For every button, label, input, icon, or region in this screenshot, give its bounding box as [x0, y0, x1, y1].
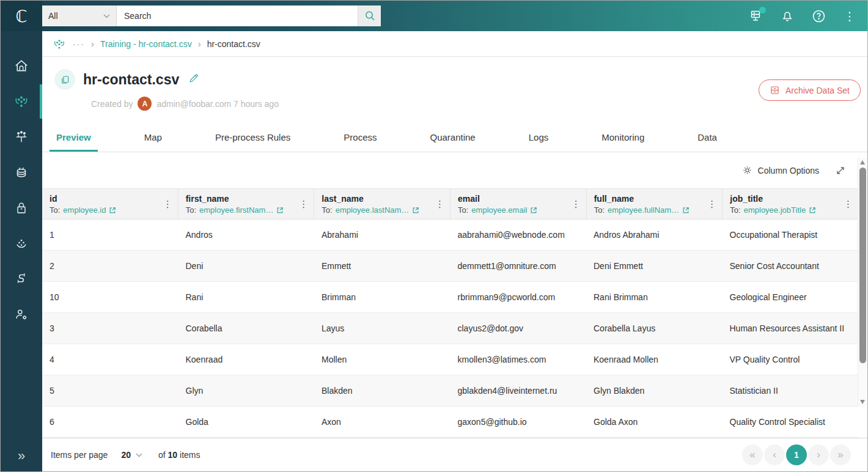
tab-pre-process-rules[interactable]: Pre-process Rules	[208, 123, 297, 152]
preview-table: idTo:employee.id⋮first_nameTo:employee.f…	[42, 188, 858, 438]
pagination: « ‹ 1 › »	[742, 444, 859, 465]
search-input[interactable]	[117, 6, 358, 26]
created-meta: Created by A admin@foobar.com 7 hours ag…	[42, 90, 868, 111]
vertical-scrollbar[interactable]	[858, 158, 867, 407]
mapping-link[interactable]: employee.email	[471, 205, 527, 215]
sidebar-item-data-sets[interactable]	[1, 84, 42, 119]
table-cell: 5	[42, 375, 178, 406]
table-cell: 6	[42, 407, 178, 437]
tab-process[interactable]: Process	[337, 123, 383, 152]
table-cell: Mollen	[314, 344, 451, 375]
help-button[interactable]	[811, 8, 826, 24]
table-row: 2DeniEmmettdemmett1@omniture.comDeni Emm…	[42, 251, 858, 282]
scroll-down-arrow[interactable]	[860, 400, 865, 404]
status-badge	[759, 7, 766, 13]
column-menu-button[interactable]: ⋮	[299, 199, 308, 210]
search-icon	[364, 10, 375, 21]
mapping-label: To:	[186, 205, 196, 215]
sidebar-item-user-admin[interactable]	[1, 297, 42, 332]
next-page-button[interactable]: ›	[808, 444, 829, 465]
column-menu-button[interactable]: ⋮	[707, 199, 716, 210]
column-menu-button[interactable]: ⋮	[163, 199, 172, 210]
table-cell: Human Resources Assistant II	[723, 313, 859, 344]
column-header-last_name: last_nameTo:employee.lastNam…⋮	[314, 189, 451, 219]
column-mapping: To:employee.id	[50, 205, 163, 215]
column-menu-button[interactable]: ⋮	[435, 199, 444, 210]
tab-map[interactable]: Map	[138, 123, 169, 152]
search-button[interactable]	[358, 6, 381, 26]
user-gear-icon	[13, 306, 29, 322]
breadcrumb-separator: ›	[91, 39, 94, 49]
table-toolbar: Column Options	[42, 152, 868, 188]
breadcrumb: ··· › Training - hr-contact.csv › hr-con…	[42, 31, 868, 57]
sidebar-item-data-store[interactable]	[1, 155, 42, 190]
tab-monitoring[interactable]: Monitoring	[595, 123, 651, 152]
first-page-button[interactable]: «	[742, 444, 763, 465]
column-mapping: To:employee.jobTitle	[730, 205, 844, 215]
mapping-link[interactable]: employee.firstNam…	[199, 205, 273, 215]
tab-data[interactable]: Data	[691, 123, 724, 152]
search-scope-select[interactable]: All	[42, 6, 117, 26]
copy-icon	[60, 75, 70, 85]
sidebar-item-home[interactable]	[1, 48, 42, 84]
sidebar-item-network[interactable]	[1, 226, 42, 261]
mapping-link[interactable]: employee.fullNam…	[608, 205, 679, 215]
table-cell: gaxon5@github.io	[451, 407, 587, 437]
sidebar-item-pipelines[interactable]	[1, 261, 42, 297]
table-cell: Deni Emmett	[586, 251, 723, 281]
breadcrumb-current: hr-contact.csv	[207, 39, 260, 49]
sidebar-item-connections[interactable]	[1, 119, 42, 155]
table-row: 1AndrosAbrahamiaabrahami0@webnode.comAnd…	[42, 219, 858, 251]
mapping-label: To:	[458, 205, 468, 215]
table-cell: Golda Axon	[586, 407, 723, 437]
table-cell: Deni	[178, 251, 315, 281]
column-menu-button[interactable]: ⋮	[572, 199, 581, 210]
kebab-icon: ⋮	[844, 10, 856, 22]
breadcrumb-ellipsis[interactable]: ···	[73, 39, 85, 49]
tab-bar: PreviewMapPre-process RulesProcessQuaran…	[42, 123, 868, 152]
table-cell: Rani	[178, 282, 315, 312]
app-logo[interactable]: ℂ	[1, 1, 42, 31]
prev-page-button[interactable]: ‹	[764, 444, 785, 465]
page-size-select[interactable]: 20	[121, 450, 142, 460]
external-link-icon	[809, 207, 816, 214]
external-link-icon	[109, 207, 116, 214]
tab-preview[interactable]: Preview	[50, 123, 98, 152]
table-cell: Corabella Layus	[586, 313, 723, 344]
column-options-button[interactable]: Column Options	[742, 165, 819, 175]
external-link-icon	[276, 207, 284, 214]
column-name: job_title	[730, 194, 844, 204]
column-menu-button[interactable]: ⋮	[844, 199, 853, 210]
expand-table-button[interactable]	[835, 165, 846, 176]
table-cell: Geological Engineer	[723, 282, 859, 312]
database-icon	[13, 164, 29, 180]
tab-logs[interactable]: Logs	[522, 123, 556, 152]
table-cell: VP Quality Control	[723, 344, 859, 375]
tab-quarantine[interactable]: Quarantine	[423, 123, 482, 152]
items-count: of 10 items	[158, 450, 200, 460]
notifications-button[interactable]	[779, 8, 795, 24]
mapping-link[interactable]: employee.id	[63, 205, 106, 215]
breadcrumb-parent-link[interactable]: Training - hr-contact.csv	[100, 39, 192, 49]
sidebar-item-security[interactable]: *	[1, 190, 42, 226]
table-cell: 3	[42, 313, 178, 344]
edit-title-button[interactable]	[188, 73, 199, 86]
mapping-link[interactable]: employee.jobTitle	[744, 205, 806, 215]
sidebar-expand-button[interactable]: »	[1, 440, 42, 472]
archive-dataset-button[interactable]: Archive Data Set	[759, 79, 861, 101]
system-status-button[interactable]	[748, 8, 764, 24]
last-page-button[interactable]: »	[830, 444, 851, 465]
table-cell: 1	[42, 219, 178, 250]
mapping-link[interactable]: employee.lastNam…	[336, 205, 410, 215]
more-menu-button[interactable]: ⋮	[842, 8, 858, 24]
current-page-button[interactable]: 1	[786, 444, 807, 465]
chevron-down-icon	[103, 14, 110, 18]
column-name: id	[50, 194, 163, 204]
scrollbar-thumb[interactable]	[859, 168, 866, 363]
items-per-page-label: Items per page	[51, 450, 108, 460]
table-cell: Rani Brimman	[586, 282, 723, 312]
avatar: A	[138, 97, 152, 111]
column-mapping: To:employee.firstNam…	[186, 205, 300, 215]
scroll-up-arrow[interactable]	[860, 160, 865, 164]
table-row: 4KoenraadMollenkmollen3@latimes.comKoenr…	[42, 344, 858, 375]
